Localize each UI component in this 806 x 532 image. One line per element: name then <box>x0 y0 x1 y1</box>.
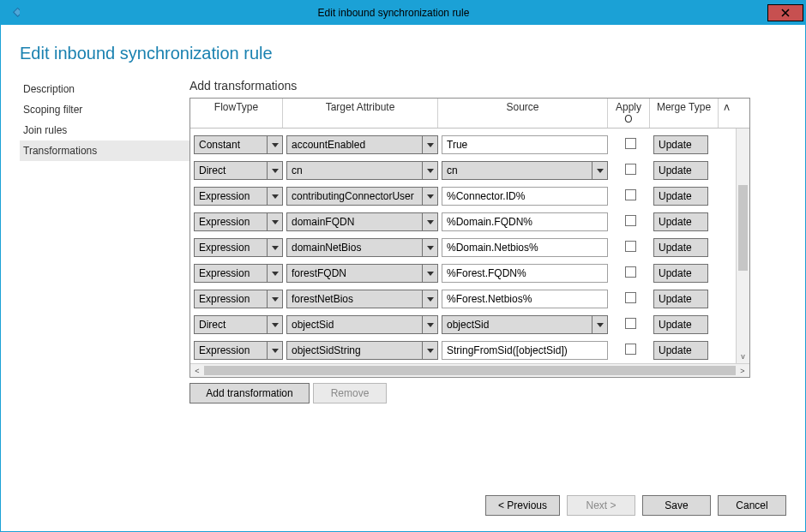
target-attribute-dropdown[interactable]: objectSidString <box>286 341 438 360</box>
chevron-down-icon[interactable] <box>422 290 437 308</box>
sidebar-item-scoping-filter[interactable]: Scoping filter <box>20 99 189 120</box>
flowtype-dropdown[interactable]: Direct <box>194 161 283 180</box>
hscroll-thumb[interactable] <box>204 366 736 375</box>
target-attribute-dropdown[interactable]: domainNetBios <box>286 238 438 257</box>
flowtype-dropdown[interactable]: Expression <box>194 290 283 308</box>
source-dropdown[interactable]: objectSid <box>442 315 608 334</box>
merge-type-dropdown[interactable]: Update <box>653 161 708 180</box>
vscroll-track[interactable] <box>737 142 749 350</box>
chevron-down-icon[interactable] <box>422 162 437 179</box>
target-attribute-dropdown[interactable]: cn <box>286 161 438 180</box>
target-attribute-dropdown[interactable]: contributingConnectorUser <box>286 187 438 206</box>
chevron-down-icon[interactable] <box>267 342 282 359</box>
col-header-target[interactable]: Target Attribute <box>283 99 438 128</box>
chevron-down-icon[interactable] <box>592 316 607 333</box>
hscroll-track[interactable] <box>204 364 736 377</box>
scroll-left-icon[interactable]: < <box>190 364 204 377</box>
sidebar-item-description[interactable]: Description <box>20 79 189 99</box>
source-input[interactable] <box>442 264 608 283</box>
flowtype-dropdown[interactable]: Constant <box>194 135 283 154</box>
chevron-down-icon[interactable] <box>422 136 437 153</box>
apply-once-checkbox[interactable] <box>625 292 636 303</box>
chevron-down-icon[interactable] <box>422 342 437 359</box>
chevron-down-icon[interactable] <box>267 239 282 256</box>
flowtype-dropdown[interactable]: Expression <box>194 238 283 257</box>
horizontal-scrollbar[interactable]: < > <box>190 363 749 377</box>
merge-type-dropdown[interactable]: Update <box>653 264 708 283</box>
chevron-down-icon[interactable] <box>692 213 707 230</box>
merge-type-dropdown[interactable]: Update <box>653 212 708 231</box>
merge-type-dropdown[interactable]: Update <box>653 238 708 257</box>
apply-once-checkbox[interactable] <box>625 138 636 149</box>
chevron-down-icon[interactable] <box>422 316 437 333</box>
flowtype-dropdown[interactable]: Expression <box>194 264 283 283</box>
source-input[interactable] <box>442 135 608 154</box>
next-button[interactable]: Next > <box>567 495 635 516</box>
chevron-down-icon[interactable] <box>267 162 282 179</box>
apply-once-checkbox[interactable] <box>625 241 636 252</box>
flowtype-dropdown[interactable]: Expression <box>194 212 283 231</box>
apply-once-checkbox[interactable] <box>625 344 636 355</box>
target-attribute-dropdown[interactable]: forestFQDN <box>286 264 438 283</box>
chevron-down-icon[interactable] <box>592 162 607 179</box>
sidebar-item-transformations[interactable]: Transformations <box>20 140 189 161</box>
apply-once-checkbox[interactable] <box>625 266 636 278</box>
sidebar-item-join-rules[interactable]: Join rules <box>20 120 189 140</box>
apply-once-checkbox[interactable] <box>625 215 636 226</box>
source-input[interactable] <box>442 290 608 308</box>
merge-type-dropdown[interactable]: Update <box>653 135 708 154</box>
chevron-down-icon[interactable] <box>692 265 707 282</box>
flowtype-dropdown[interactable]: Expression <box>194 187 283 206</box>
chevron-down-icon[interactable] <box>267 316 282 333</box>
chevron-down-icon[interactable] <box>692 162 707 179</box>
source-input[interactable] <box>442 341 608 360</box>
window-close-button[interactable] <box>767 4 803 21</box>
merge-type-dropdown[interactable]: Update <box>653 290 708 308</box>
merge-type-dropdown[interactable]: Update <box>653 187 708 206</box>
source-dropdown[interactable]: cn <box>442 161 608 180</box>
vscroll-thumb[interactable] <box>738 185 748 271</box>
merge-type-dropdown[interactable]: Update <box>653 341 708 360</box>
chevron-down-icon[interactable] <box>692 316 707 333</box>
apply-once-checkbox[interactable] <box>625 318 636 329</box>
chevron-down-icon[interactable] <box>267 188 282 205</box>
source-input[interactable] <box>442 212 608 231</box>
apply-once-checkbox[interactable] <box>625 164 636 175</box>
chevron-down-icon[interactable] <box>422 239 437 256</box>
chevron-down-icon[interactable] <box>692 188 707 205</box>
chevron-down-icon[interactable] <box>267 213 282 230</box>
chevron-down-icon[interactable] <box>692 136 707 153</box>
apply-once-checkbox[interactable] <box>625 189 636 200</box>
col-header-merge-type[interactable]: Merge Type <box>650 99 719 128</box>
add-transformation-button[interactable]: Add transformation <box>189 383 310 403</box>
chevron-down-icon[interactable] <box>692 290 707 308</box>
target-attribute-dropdown[interactable]: accountEnabled <box>286 135 438 154</box>
chevron-down-icon[interactable] <box>422 213 437 230</box>
col-header-source[interactable]: Source <box>438 99 608 128</box>
col-header-apply-once[interactable]: Apply O <box>608 99 650 128</box>
scroll-down-icon[interactable]: v <box>737 350 749 363</box>
cancel-button[interactable]: Cancel <box>718 495 786 516</box>
chevron-down-icon[interactable] <box>267 136 282 153</box>
source-input[interactable] <box>442 238 608 257</box>
scroll-right-icon[interactable]: > <box>736 364 749 377</box>
flowtype-dropdown[interactable]: Expression <box>194 341 283 360</box>
target-attribute-dropdown[interactable]: objectSid <box>286 315 438 334</box>
save-button[interactable]: Save <box>642 495 711 516</box>
flowtype-dropdown[interactable]: Direct <box>194 315 283 334</box>
chevron-down-icon[interactable] <box>692 342 707 359</box>
chevron-down-icon[interactable] <box>267 265 282 282</box>
chevron-down-icon[interactable] <box>422 265 437 282</box>
col-header-flowtype[interactable]: FlowType <box>190 99 283 128</box>
previous-button[interactable]: < Previous <box>485 495 560 516</box>
scroll-up-corner[interactable]: ᴧ <box>719 99 732 128</box>
target-attribute-dropdown[interactable]: domainFQDN <box>286 212 438 231</box>
vertical-scrollbar[interactable]: ▲ v <box>736 129 749 363</box>
target-attribute-dropdown[interactable]: forestNetBios <box>286 290 438 308</box>
chevron-down-icon[interactable] <box>422 188 437 205</box>
chevron-down-icon[interactable] <box>692 239 707 256</box>
source-input[interactable] <box>442 187 608 206</box>
chevron-down-icon[interactable] <box>267 290 282 308</box>
remove-button[interactable]: Remove <box>313 383 387 403</box>
merge-type-dropdown[interactable]: Update <box>653 315 708 334</box>
